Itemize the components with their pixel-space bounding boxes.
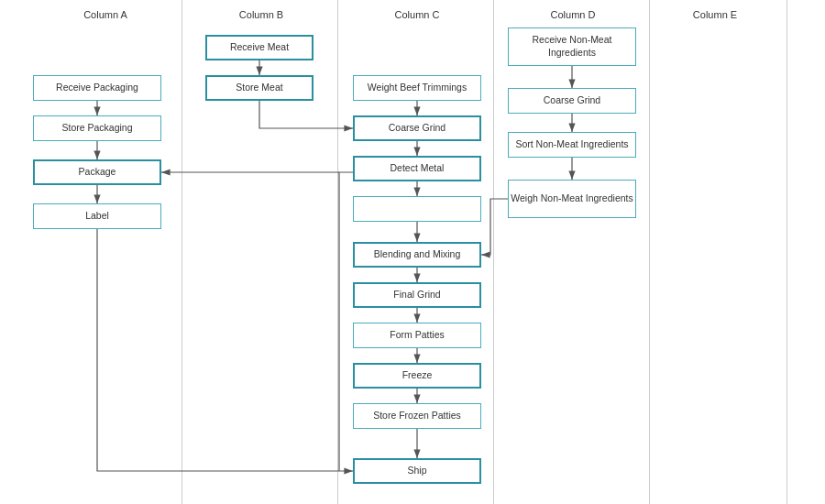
column-e-header: Column E	[669, 9, 761, 20]
arrow-store-meat-to-coarse-grind	[259, 101, 353, 128]
column-b-header: Column B	[202, 9, 321, 20]
box-ship: Ship	[353, 458, 481, 484]
arrow-label-to-ship	[97, 229, 353, 471]
box-detect-metal: Detect Metal	[353, 156, 481, 181]
column-c-header: Column C	[358, 9, 477, 20]
box-store-packaging: Store Packaging	[33, 115, 161, 141]
divider-e-right	[786, 0, 787, 504]
box-store-meat: Store Meat	[205, 75, 314, 101]
box-form-patties: Form Patties	[353, 323, 481, 348]
box-weigh-non-meat: Weigh Non-Meat Ingredients	[508, 180, 636, 218]
divider-b-c	[337, 0, 338, 504]
box-empty-c	[353, 196, 481, 222]
column-d-header: Column D	[513, 9, 632, 20]
box-coarse-grind-c: Coarse Grind	[353, 115, 481, 141]
box-receive-packaging: Receive Packaging	[33, 75, 161, 101]
column-a-header: Column A	[46, 9, 165, 20]
box-blending: Blending and Mixing	[353, 242, 481, 268]
box-coarse-grind-d: Coarse Grind	[508, 88, 636, 114]
diagram-container: Column A Column B Column C Column D Colu…	[0, 0, 825, 504]
box-package: Package	[33, 159, 161, 185]
box-receive-non-meat: Receive Non-Meat Ingredients	[508, 27, 636, 66]
box-label: Label	[33, 203, 161, 229]
divider-c-d	[493, 0, 494, 504]
arrow-store-meat-down	[339, 172, 353, 471]
box-freeze: Freeze	[353, 363, 481, 389]
box-weight-beef: Weight Beef Trimmings	[353, 75, 481, 101]
box-receive-meat: Receive Meat	[205, 35, 314, 60]
arrow-weigh-to-blending	[481, 199, 508, 255]
box-final-grind: Final Grind	[353, 282, 481, 308]
box-sort-non-meat: Sort Non-Meat Ingredients	[508, 132, 636, 158]
divider-d-e	[649, 0, 650, 504]
box-store-frozen: Store Frozen Patties	[353, 403, 481, 429]
divider-a-b	[182, 0, 182, 504]
